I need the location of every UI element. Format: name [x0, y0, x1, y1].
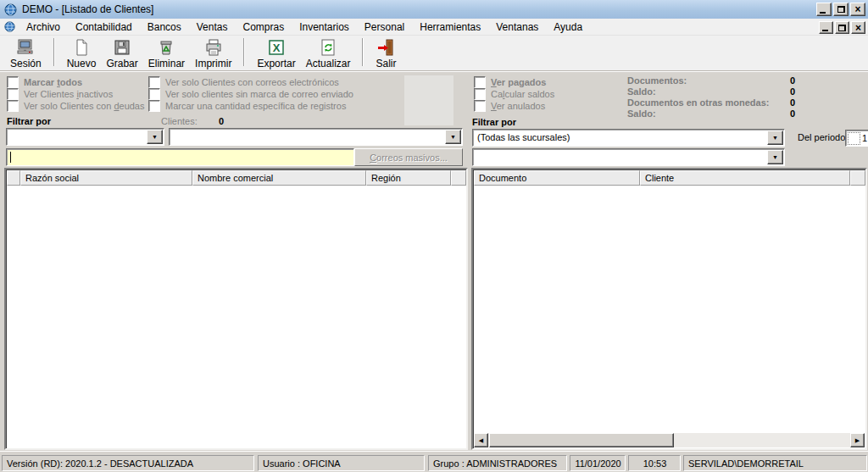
checkbox-icon[interactable]: [474, 88, 486, 100]
checkbox-marcar-todos[interactable]: Marcar todos: [7, 76, 82, 87]
header-selector-column[interactable]: [7, 170, 20, 186]
imprimir-button[interactable]: Imprimir: [190, 37, 236, 70]
menu-archivo[interactable]: Archivo: [19, 19, 68, 36]
documentos-list[interactable]: Documento Cliente ◀ ▶: [471, 168, 867, 450]
checkbox-ver-solo-clientes-con-deudas[interactable]: Ver solo Clientes con deudas: [7, 100, 145, 111]
focus-checkbox-icon[interactable]: [848, 132, 860, 145]
app-globe-icon: [4, 3, 17, 16]
checkbox-ver-solo-correos-electronicos[interactable]: Ver solo Clientes con correos electrónic…: [148, 76, 339, 87]
minimize-button[interactable]: [816, 3, 832, 16]
menu-ayuda[interactable]: Ayuda: [546, 19, 590, 36]
toolbar-separator: [53, 38, 55, 66]
toolbar-separator: [243, 38, 245, 66]
text-caret: [10, 152, 11, 163]
menu-ventanas[interactable]: Ventanas: [488, 19, 546, 36]
close-icon: ×: [855, 24, 861, 32]
menu-personal[interactable]: Personal: [357, 19, 412, 36]
status-bar: Versión (RD): 2020.1.2 - DESACTUALIZADA …: [0, 451, 868, 472]
del-periodo-field[interactable]: 1: [845, 130, 868, 147]
mdi-minimize-button[interactable]: [819, 21, 833, 34]
menu-bancos[interactable]: Bancos: [140, 19, 189, 36]
checkbox-icon[interactable]: [7, 100, 19, 112]
new-page-icon: [72, 38, 91, 58]
eliminar-button[interactable]: Eliminar: [143, 37, 190, 70]
chevron-down-icon[interactable]: ▼: [445, 130, 461, 144]
header-documento[interactable]: Documento: [474, 170, 640, 186]
scroll-right-button[interactable]: ▶: [850, 433, 865, 447]
salir-button[interactable]: Salir: [370, 37, 401, 70]
exit-door-icon: [376, 38, 395, 58]
checkbox-icon[interactable]: [7, 88, 19, 100]
clientes-list-body[interactable]: [7, 186, 465, 447]
toolbar-button-label: Grabar: [106, 58, 137, 69]
clientes-list[interactable]: Razón social Nombre comercial Región: [4, 168, 468, 450]
search-input[interactable]: [6, 148, 354, 166]
correos-masivos-button[interactable]: Correos masivos...: [354, 148, 463, 166]
restore-icon: [838, 25, 846, 31]
checkbox-icon[interactable]: [148, 88, 160, 100]
header-region[interactable]: Región: [366, 170, 451, 186]
checkbox-icon[interactable]: [474, 100, 486, 112]
filtrar-por-dropdown[interactable]: ▼: [6, 128, 164, 146]
chevron-down-icon[interactable]: ▼: [767, 130, 783, 145]
scrollbar-thumb[interactable]: [489, 433, 674, 447]
clientes-dropdown[interactable]: ▼: [169, 128, 463, 146]
excel-icon: X: [267, 38, 286, 58]
server-status: SERVILAD\DEMORRETAIL: [683, 455, 867, 471]
menu-inventarios[interactable]: Inventarios: [292, 19, 357, 36]
menu-compras[interactable]: Compras: [235, 19, 292, 36]
sucursales-dropdown[interactable]: (Todas las sucursales) ▼: [472, 129, 785, 147]
restore-button[interactable]: [833, 3, 849, 16]
dropdown-value: (Todas las sucursales): [477, 132, 570, 142]
image-placeholder: [404, 75, 453, 125]
checkbox-icon[interactable]: [148, 100, 160, 112]
toolbar-button-label: Exportar: [257, 58, 295, 69]
toolbar-button-label: Actualizar: [306, 58, 351, 69]
mdi-close-button[interactable]: ×: [851, 21, 865, 34]
checkbox-icon[interactable]: [7, 76, 19, 88]
filtrar-por-right-label: Filtrar por: [472, 117, 516, 127]
grabar-button[interactable]: Grabar: [101, 37, 142, 70]
mdi-restore-button[interactable]: [835, 21, 849, 34]
clientes-list-header: Razón social Nombre comercial Región: [7, 170, 466, 186]
documentos-dropdown[interactable]: ▼: [472, 148, 785, 166]
header-filler: [451, 170, 466, 186]
menu-ventas[interactable]: Ventas: [189, 19, 236, 36]
sesion-button[interactable]: Sesión: [5, 37, 47, 70]
documentos-list-body[interactable]: [474, 186, 865, 433]
nuevo-button[interactable]: Nuevo: [62, 37, 102, 70]
scroll-left-button[interactable]: ◀: [474, 433, 488, 447]
documentos-list-header: Documento Cliente: [474, 170, 865, 186]
header-razon-social[interactable]: Razón social: [20, 170, 192, 186]
toolbar-button-label: Eliminar: [148, 58, 185, 69]
del-periodo-label: Del periodo: [798, 132, 845, 142]
chevron-down-icon[interactable]: ▼: [147, 130, 163, 144]
menu-contabilidad[interactable]: Contabilidad: [68, 19, 140, 36]
checkbox-icon[interactable]: [148, 76, 160, 88]
checkbox-ver-clientes-inactivos[interactable]: Ver Clientes inactivos: [7, 88, 113, 99]
application-window: DEMO - [Listado de Clientes] × Archivo C…: [0, 0, 868, 472]
close-button[interactable]: ×: [850, 3, 865, 16]
floppy-disk-icon: [113, 38, 131, 58]
exportar-button[interactable]: X Exportar: [252, 37, 300, 70]
header-nombre-comercial[interactable]: Nombre comercial: [192, 170, 366, 186]
menu-herramientas[interactable]: Herramientas: [412, 19, 488, 36]
minimize-icon: [820, 12, 826, 14]
workstation-icon: [16, 38, 35, 58]
horizontal-scrollbar[interactable]: ◀ ▶: [474, 433, 865, 447]
header-filler: [850, 170, 865, 186]
actualizar-button[interactable]: Actualizar: [301, 37, 356, 70]
stat-saldo-otras-monedas: Saldo:0: [627, 108, 797, 119]
grupo-status: Grupo : ADMINISTRADORES: [428, 455, 567, 471]
checkbox-icon[interactable]: [474, 76, 486, 88]
date-status: 11/01/2020: [570, 455, 626, 471]
header-cliente[interactable]: Cliente: [640, 170, 850, 186]
checkbox-ver-anulados[interactable]: Ver anulados: [474, 100, 545, 111]
checkbox-sin-marca-correo-enviado[interactable]: Ver solo clientes sin marca de correo en…: [148, 88, 353, 99]
checkbox-calcular-saldos[interactable]: Calcular saldos: [474, 88, 554, 99]
chevron-down-icon[interactable]: ▼: [767, 150, 783, 164]
checkbox-cantidad-especifica-registros[interactable]: Marcar una cantidad específica de regist…: [148, 100, 346, 111]
toolbar-button-label: Salir: [376, 58, 396, 69]
checkbox-ver-pagados[interactable]: Ver pagados: [474, 76, 546, 87]
filter-panel: Marcar todos Ver Clientes inactivos Ver …: [0, 71, 868, 168]
